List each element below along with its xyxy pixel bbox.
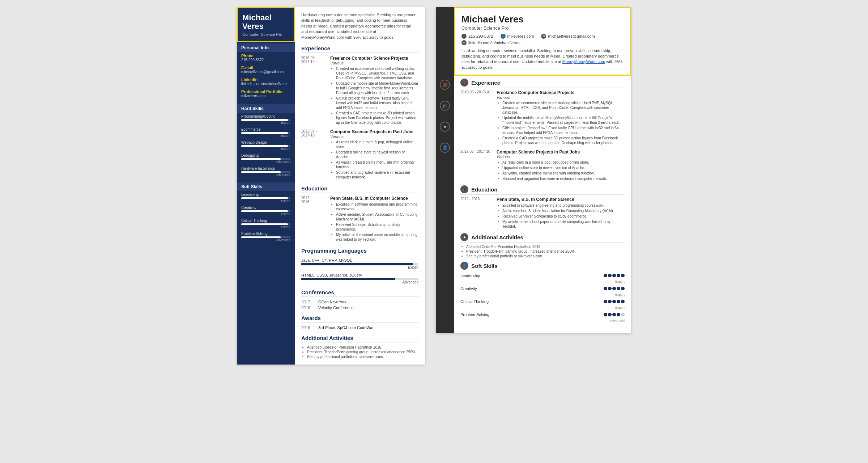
r2-edu-bullet: Active member, Student Association for C…	[502, 209, 625, 213]
lang-item: HTML5, CSS3, Javascript, JQuery Advanced	[301, 273, 418, 284]
r2-activities-header: ★ Additional Activities	[460, 233, 625, 243]
exp-bullets: Created an ecommerce site to sell walkin…	[330, 66, 418, 125]
activities-section-title: Additional Activities	[301, 335, 418, 342]
r2-soft-skill-block: Problem Solving Advanced	[460, 312, 625, 323]
personal-info-header: Personal Info	[237, 43, 295, 52]
exp-bullet: Created an ecommerce site to sell walkin…	[336, 66, 418, 80]
r2-exp-subtitle: Various	[497, 155, 625, 159]
conf-name: QCon New York	[318, 300, 346, 304]
resume-title: Computer Science Pro	[242, 32, 289, 37]
skill-dot	[612, 300, 616, 303]
prog-lang-list: Java, C++, C#, PHP, MySQL Expert HTML5, …	[301, 258, 418, 284]
personal-info-content: Phone 215-290-8372 E-mail michaelfveres@…	[237, 52, 295, 103]
hard-skill-item: Hardware Installation Advanced	[241, 167, 290, 177]
r2-linkedin-icon: in	[461, 40, 467, 45]
edu-date: 2012 -2016	[301, 196, 328, 204]
r2-exp-bullet: Upgraded online store to newest version …	[502, 165, 625, 170]
edu-bullet: My article in the school paper on mobile…	[336, 232, 418, 242]
exp-bullet: Updated the mobile site at MoneyMoneyWor…	[336, 81, 418, 95]
lang-item: Java, C++, C#, PHP, MySQL Expert	[301, 258, 418, 269]
email-label: E-mail	[241, 66, 290, 70]
r2-skill-name: Creativity	[460, 286, 477, 291]
lang-name: HTML5, CSS3, Javascript, JQuery	[301, 273, 418, 277]
r2-summary-link[interactable]: MoneyMoneyWorld.com	[562, 59, 605, 64]
r2-exp-bullet: Created a CAD project to make 3D printed…	[502, 136, 625, 145]
soft-skill-item: Problem Solving Advanced	[241, 232, 290, 242]
r2-exp-date: 2016-06 - 2017-10	[460, 90, 493, 146]
skill-name: Webapp Design	[241, 140, 290, 144]
skill-level: Expert	[241, 121, 290, 125]
r2-edu-body: Penn State, B.S. in Computer Science Exc…	[497, 197, 625, 230]
r2-edu-item: 2012 - 2016 Penn State, B.S. in Computer…	[460, 197, 625, 230]
r2-web-value: mikeveres.com	[507, 34, 534, 38]
r2-body: 💼 Experience 2016-06 - 2017-10 Freelance…	[454, 76, 631, 329]
r2-experience-list: 2016-06 - 2017-10 Freelance Computer Sci…	[460, 90, 625, 182]
skill-dot	[617, 287, 620, 290]
edu-bullet: Received Schreyer Scholarship to study e…	[336, 222, 418, 232]
r2-edu-title: Penn State, B.S. in Computer Science	[497, 197, 625, 202]
r2-web-item: 🌐 mikeveres.com	[501, 34, 534, 39]
conf-name: Velocity Conference	[318, 306, 354, 310]
award-item: 2016 3rd Place, SpOJ.com CodeWar	[301, 325, 418, 330]
r2-activities-section: ★ Additional Activities Attended Code Fo…	[460, 233, 625, 258]
education-icon: 🎓	[440, 101, 450, 111]
conf-year: 2016	[301, 306, 314, 310]
experience-list: 2016-06 -2017-10 Freelance Computer Scie…	[301, 56, 418, 180]
awards-section-title: Awards	[301, 315, 418, 323]
skill-dot	[604, 274, 607, 277]
skill-name: Critical Thinking	[241, 219, 290, 223]
soft-skill-item: Leadership Expert	[241, 193, 290, 203]
sidebar-header: MichaelVeres Computer Science Pro	[237, 7, 295, 42]
r2-soft-skill-block: Creativity Expert	[460, 286, 625, 296]
r2-skill-level: Expert	[460, 293, 625, 296]
hard-skills-header: Hard Skills	[237, 104, 295, 113]
r2-linkedin-value: linkedin.com/in/michaelfveres	[468, 41, 520, 45]
r2-edu-date: 2012 - 2016	[460, 197, 493, 230]
r2-activities-list: Attended Code For Princeton Hackathon 20…	[460, 245, 625, 258]
r2-activity-item: Attended Code For Princeton Hackathon 20…	[466, 245, 625, 249]
r2-edu-bullet: Excelled in software engineering and pro…	[502, 203, 625, 208]
experience-section-title: Experience	[301, 45, 418, 53]
resume-left: MichaelVeres Computer Science Pro Person…	[237, 7, 425, 365]
r2-exp-bullets: As retail clerk in a mom & pop, debugged…	[497, 160, 625, 181]
r2-title: Computer Science Pro	[461, 25, 624, 31]
exp-date: 2012-07 -2017-10	[301, 129, 328, 137]
r2-edu-bullets: Excelled in software engineering and pro…	[497, 203, 625, 229]
resume-left-sidebar: MichaelVeres Computer Science Pro Person…	[237, 7, 295, 365]
r2-dots	[604, 313, 625, 316]
skill-dot	[612, 313, 616, 316]
r2-exp-title: Freelance Computer Science Projects	[497, 90, 625, 95]
edu-body: Penn State, B.S. in Computer Science Exc…	[330, 196, 418, 242]
exp-item: 2012-07 -2017-10 Computer Science Projec…	[301, 129, 418, 180]
experience-icon: 💼	[440, 80, 450, 90]
resume-right-main: Michael Veres Computer Science Pro 📞 215…	[454, 7, 631, 333]
conf-item: 2016 Velocity Conference	[301, 306, 418, 310]
r2-education-list: 2012 - 2016 Penn State, B.S. in Computer…	[460, 197, 625, 230]
skill-level: Expert	[241, 147, 290, 151]
skill-level: Expert	[241, 212, 290, 216]
skill-name: Hardware Installation	[241, 167, 290, 171]
r2-phone-icon: 📞	[461, 34, 467, 39]
exp-bullet: As waiter, created online menu site with…	[336, 160, 418, 169]
conferences-section-title: Conferences	[301, 289, 418, 297]
r2-skill-name: Critical Thinking	[460, 299, 489, 304]
r2-exp-body: Computer Science Projects in Past Jobs V…	[497, 150, 625, 182]
r2-exp-date: 2012-07 - 2017-10	[460, 150, 493, 182]
conf-year: 2017	[301, 300, 314, 304]
prog-lang-section-title: Programming Languages	[301, 248, 418, 255]
exp-bullets: As retail clerk in a mom & pop, debugged…	[330, 140, 418, 180]
award-year: 2016	[301, 325, 314, 330]
r2-exp-bullet: As waiter, created online menu site with…	[502, 171, 625, 176]
skill-name: Creativity	[241, 206, 290, 210]
exp-bullet: As retail clerk in a mom & pop, debugged…	[336, 140, 418, 149]
skill-dot	[621, 313, 625, 316]
r2-edu-bullet: Received Schreyer Scholarship to study e…	[502, 214, 625, 219]
activities-list: Attended Code For Princeton Hackathon 20…	[301, 345, 418, 359]
skill-level: Expert	[241, 225, 290, 229]
r2-activities-section-icon: ★	[460, 233, 468, 241]
r2-exp-bullet: As retail clerk in a mom & pop, debugged…	[502, 160, 625, 165]
r2-name: Michael Veres	[461, 14, 624, 25]
soft-skills-icon: 👤	[440, 143, 450, 153]
r2-email-icon: ✉	[541, 34, 546, 39]
edu-bullet: Excelled in software engineering and pro…	[336, 202, 418, 211]
